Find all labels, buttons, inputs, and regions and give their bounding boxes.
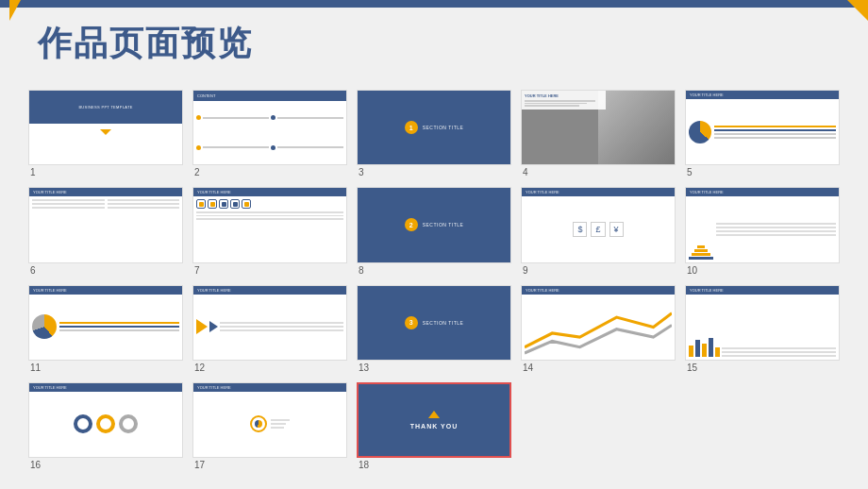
slide-thumb-4[interactable]: YOUR TITLE HERE <box>521 90 676 165</box>
slide-thumb-10[interactable]: YOUR TITLE HERE <box>685 187 840 262</box>
slide-thumb-18[interactable]: THANK YOU <box>357 382 511 458</box>
slide-thumb-16[interactable]: YOUR TITLE HERE <box>28 382 183 458</box>
slide-num-16: 16 <box>28 460 41 470</box>
top-bar-triangle-accent <box>9 0 32 21</box>
slide-num-7: 7 <box>192 265 200 276</box>
slide-thumb-7[interactable]: YOUR TITLE HERE <box>192 187 347 262</box>
slide-thumb-5[interactable]: YOUR TITLE HERE <box>685 90 840 165</box>
slide-thumb-1[interactable]: BUSINESS PPT TEMPLATE <box>28 90 183 165</box>
slide-item[interactable]: YOUR TITLE HERE 16 <box>28 382 183 470</box>
slide-num-1: 1 <box>28 167 36 177</box>
slide-num-17: 17 <box>192 460 205 470</box>
slide-thumb-9[interactable]: YOUR TITLE HERE $ £ ¥ <box>521 187 676 262</box>
slide-num-9: 9 <box>521 265 528 276</box>
slide-item[interactable]: YOUR TITLE HERE <box>685 187 840 275</box>
slide-thumb-14[interactable]: YOUR TITLE HERE <box>521 285 676 361</box>
slide-item[interactable]: YOUR TITLE HERE <box>192 187 347 275</box>
slide-item[interactable]: THANK YOU 18 <box>357 382 511 470</box>
slide-item[interactable]: YOUR TITLE HERE 14 <box>521 285 676 373</box>
slide-thumb-6[interactable]: YOUR TITLE HERE <box>28 187 183 262</box>
slide-num-18: 18 <box>357 460 369 470</box>
slide-num-6: 6 <box>28 265 36 276</box>
slides-container: BUSINESS PPT TEMPLATE 1 CONTENT <box>28 90 840 470</box>
slide-num-2: 2 <box>192 167 200 177</box>
slide-thumb-3[interactable]: 1 SECTION TITLE <box>357 90 511 165</box>
slide-item[interactable]: YOUR TITLE HERE 5 <box>685 90 840 177</box>
slide-item[interactable]: YOUR TITLE HERE <box>28 187 183 275</box>
top-bar-corner-accent <box>847 0 868 21</box>
slide-num-10: 10 <box>685 265 697 276</box>
slide-item[interactable]: CONTENT 2 <box>192 90 347 177</box>
slide-num-13: 13 <box>357 363 369 373</box>
slide-item[interactable]: YOUR TITLE HERE 12 <box>192 285 347 373</box>
slide-item[interactable]: 2 SECTION TITLE 8 <box>357 187 511 275</box>
slide-item[interactable]: YOUR TITLE HERE 17 <box>192 382 347 470</box>
slide-thumb-11[interactable]: YOUR TITLE HERE <box>28 285 183 361</box>
slide-num-8: 8 <box>357 265 364 276</box>
slide-item[interactable]: 1 SECTION TITLE 3 <box>357 90 511 177</box>
slide-num-14: 14 <box>521 363 533 373</box>
slide-item[interactable]: YOUR TITLE HERE 4 <box>521 90 676 177</box>
slide-item[interactable]: YOUR TITLE HERE 15 <box>685 285 840 373</box>
slide-num-4: 4 <box>521 167 528 177</box>
slide-thumb-15[interactable]: YOUR TITLE HERE <box>685 285 840 361</box>
slide-num-5: 5 <box>685 167 693 177</box>
slides-grid: BUSINESS PPT TEMPLATE 1 CONTENT <box>28 90 840 470</box>
slide-thumb-8[interactable]: 2 SECTION TITLE <box>357 187 511 262</box>
slide-thumb-12[interactable]: YOUR TITLE HERE <box>192 285 347 361</box>
slide-num-3: 3 <box>357 167 364 177</box>
slide-thumb-13[interactable]: 3 SECTION TITLE <box>357 285 511 361</box>
slide-num-11: 11 <box>28 363 41 373</box>
slide-item[interactable]: 3 SECTION TITLE 13 <box>357 285 511 373</box>
page-title: 作品页面预览 <box>38 21 253 67</box>
slide-item[interactable]: BUSINESS PPT TEMPLATE 1 <box>28 90 183 177</box>
slide-num-15: 15 <box>685 363 697 373</box>
slide-num-12: 12 <box>192 363 205 373</box>
slide-item[interactable]: YOUR TITLE HERE 11 <box>28 285 183 373</box>
slide-item[interactable]: YOUR TITLE HERE $ £ ¥ 9 <box>521 187 676 275</box>
top-bar <box>0 0 868 8</box>
slide-thumb-2[interactable]: CONTENT <box>192 90 347 165</box>
slide-thumb-17[interactable]: YOUR TITLE HERE <box>192 382 347 458</box>
